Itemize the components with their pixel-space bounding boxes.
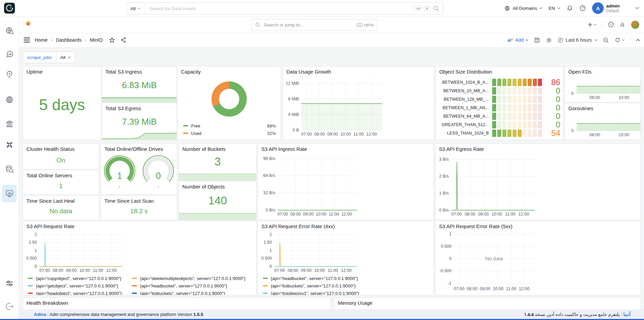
search-icon: [255, 22, 260, 27]
s3-ingress-rate-chart: 07:0008:0009:0010:0011:0012:000 B/s32 B/…: [259, 153, 360, 218]
chevron-down-icon: [622, 39, 625, 41]
panel-collapse-chevron-icon[interactable]: [635, 7, 639, 9]
osd-gauge-segment: [523, 87, 527, 95]
osd-gauge-segment: [497, 121, 501, 128]
osd-gauge-segment: [518, 104, 522, 112]
grafana-area: ctrl+k ?: [19, 16, 644, 309]
sidebar-item-insights lightbulb-icon[interactable]: [5, 70, 14, 79]
user-menu[interactable]: A admin Default: [592, 2, 620, 14]
breadcrumb-dashboards[interactable]: Dashboards: [56, 37, 82, 43]
osd-row-value: 54: [545, 128, 560, 138]
osd-row: BETWEEN_1_MB_AN...0: [439, 103, 560, 112]
osd-gauge-segment: [533, 87, 537, 95]
asset-search-input[interactable]: [145, 6, 414, 11]
legend-item[interactable]: {api="listbuckets", server="127.0.0.1:90…: [263, 282, 431, 289]
legend-item[interactable]: {api="headbucket", server="127.0.0.1:900…: [132, 282, 254, 289]
svg-text:1: 1: [117, 171, 122, 181]
svg-text:10:00: 10:00: [493, 286, 503, 291]
heal-value: No data: [23, 207, 99, 215]
panel-health-breakdown: Health Breakdown: [23, 297, 331, 310]
breadcrumb-home[interactable]: Home: [35, 37, 47, 43]
svg-text:32 B/s: 32 B/s: [263, 191, 275, 195]
share-icon[interactable]: [121, 37, 127, 43]
osd-row-value: 0: [545, 112, 560, 121]
grafana-new-button[interactable]: [587, 22, 597, 27]
breadcrumb-separator: ›: [51, 37, 53, 43]
capacity-legend-item[interactable]: Free68%: [183, 122, 276, 129]
osd-gauge-segment: [502, 79, 506, 86]
refresh-button[interactable]: [615, 37, 625, 43]
legend-item[interactable]: {api="headbucket", server="127.0.0.1:900…: [263, 275, 431, 282]
capacity-legend-item[interactable]: Used32%: [183, 129, 276, 137]
shortcut-ctrl-key: ctrl: [414, 6, 423, 11]
save-dashboard-icon[interactable]: [534, 37, 540, 43]
osd-gauge-segment: [523, 96, 527, 103]
add-panel-button[interactable]: Add: [507, 37, 528, 43]
legend-item[interactable]: {api="listobjectsv1", server="127.0.0.1:…: [263, 289, 431, 295]
news-rss-icon[interactable]: [620, 22, 626, 28]
grafana-nav-bar: ctrl+k ?: [19, 16, 644, 33]
svg-text:09:00: 09:00: [66, 268, 77, 273]
favorite-star-icon[interactable]: [109, 37, 115, 43]
svg-text:11:00: 11:00: [329, 212, 339, 217]
variable-label-scrape-jobs[interactable]: scrape_jobs: [23, 52, 56, 63]
collapse-up-chevron-icon[interactable]: [636, 39, 640, 41]
osd-row-value: 0: [545, 95, 560, 104]
zoom-out-icon[interactable]: [603, 37, 609, 43]
sidebar-item-settings sliders-icon[interactable]: [5, 279, 14, 288]
legend-item[interactable]: {api="deletemultipleobjects", server="12…: [132, 275, 254, 282]
variable-value-dropdown[interactable]: All: [56, 52, 75, 63]
search-icon[interactable]: [433, 5, 439, 12]
osd-gauge-segment: [497, 79, 501, 86]
svg-text:-1: -1: [448, 281, 451, 286]
notifications-bell-icon[interactable]: [566, 5, 573, 12]
dashboard-settings-gear-icon[interactable]: [546, 37, 552, 43]
svg-text:11:00: 11:00: [506, 286, 516, 291]
sidebar-item-monitoring monitor-chart-icon[interactable]: [5, 189, 14, 198]
osd-row-label: BETWEEN_64_MB_A...: [439, 114, 489, 119]
sidebar-item-metadata database-search-icon[interactable]: [5, 165, 14, 174]
osd-gauge-segment: [533, 104, 537, 112]
panel-title: Number of Buckets: [182, 146, 253, 152]
goroutines-chart: 08:0010:0012:000: [566, 111, 641, 138]
svg-text:08:00: 08:00: [290, 212, 301, 217]
grafana-search-input[interactable]: [263, 22, 354, 28]
osd-row-value: 0: [545, 86, 560, 96]
help-icon[interactable]: ?: [579, 5, 586, 12]
time-range-picker[interactable]: Last 6 hours: [558, 37, 597, 43]
svg-text:08:00: 08:00: [287, 268, 298, 273]
domains-select[interactable]: All Domains: [504, 5, 542, 11]
search-scope-select[interactable]: All: [126, 3, 145, 14]
grafana-logo[interactable]: [24, 20, 32, 29]
svg-text:64 B/s: 64 B/s: [263, 173, 275, 178]
adina-logo[interactable]: [4, 3, 15, 14]
osd-row: GREATER_THAN_512...0: [439, 120, 560, 129]
sidebar-item-analytics magnifier-chart-icon[interactable]: [5, 50, 14, 59]
breadcrumb-minio[interactable]: MinIO: [90, 37, 102, 43]
gauge: 1: [102, 155, 137, 188]
panel-s3-api-request-rate: S3 API Request Rate 07:0008:0009:0010:00…: [23, 221, 257, 295]
menu-hamburger-icon[interactable]: [23, 37, 30, 43]
panel-title: Total S3 Ingress: [105, 69, 173, 75]
language-select[interactable]: EN: [548, 6, 560, 11]
legend-item[interactable]: {api="listbuckets", server="127.0.0.1:90…: [132, 289, 254, 295]
avatar: A: [592, 2, 604, 14]
osd-gauge-segment: [507, 87, 511, 95]
svg-text:1 B/s: 1 B/s: [439, 191, 449, 196]
sidebar-item-discovery globe-search-icon[interactable]: [5, 26, 14, 35]
legend-item[interactable]: {api="headobject", server="127.0.0.1:900…: [28, 289, 132, 295]
grafana-avatar[interactable]: [631, 21, 639, 29]
search-scope-value: All: [130, 6, 136, 11]
logout-icon[interactable]: [5, 302, 14, 311]
osd-gauge-segment: [502, 96, 506, 103]
error-4xx-legend: {api="headbucket", server="127.0.0.1:900…: [263, 275, 431, 295]
svg-text:10:00: 10:00: [619, 133, 629, 137]
legend-item[interactable]: {api="getobject", server="127.0.0.1:9000…: [28, 282, 132, 289]
sidebar-item-web globe-icon[interactable]: [5, 95, 14, 104]
legend-item[interactable]: {api="copyobject", server="127.0.0.1:900…: [28, 275, 132, 282]
sidebar-item-governance bank-icon[interactable]: [5, 119, 14, 128]
sidebar-item-connectors x-connector-icon[interactable]: [5, 140, 14, 149]
grafana-help-icon[interactable]: ?: [608, 21, 614, 28]
osd-gauge-segment: [502, 113, 506, 120]
svg-text:0: 0: [571, 128, 573, 133]
